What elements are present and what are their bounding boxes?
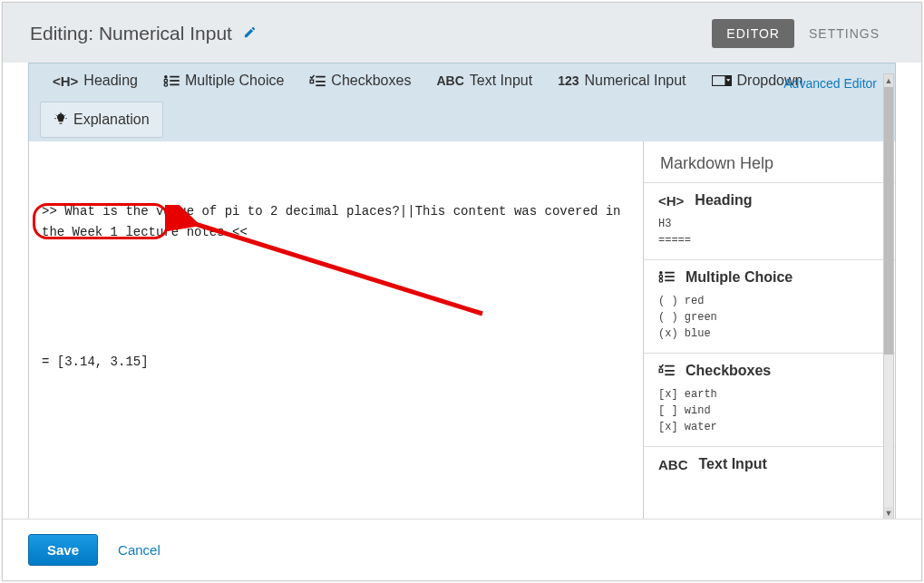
- svg-line-16: [64, 115, 65, 116]
- heading-icon: <H>: [658, 193, 684, 209]
- help-cb-example: [x] earth [ ] wind [x] water: [658, 386, 880, 435]
- toolbar-ni-label: Numerical Input: [584, 73, 686, 89]
- scroll-up-icon[interactable]: ▲: [884, 74, 893, 87]
- svg-rect-29: [665, 374, 675, 375]
- toolbar-exp-label: Explanation: [73, 112, 150, 128]
- abc-icon: ABC: [436, 73, 463, 88]
- editor-body: >> What is the value of pi to 2 decimal …: [28, 141, 896, 520]
- svg-rect-10: [316, 84, 326, 86]
- editor-line-2: = [3.14, 3.15]: [42, 352, 630, 374]
- svg-rect-3: [170, 80, 180, 82]
- svg-point-4: [164, 83, 168, 87]
- toolbar-checkboxes[interactable]: Checkboxes: [297, 63, 423, 98]
- heading-icon: <H>: [53, 73, 78, 89]
- header-tabs: EDITOR SETTINGS: [712, 19, 894, 48]
- toolbar-cb-label: Checkboxes: [331, 73, 411, 89]
- tab-editor[interactable]: EDITOR: [712, 19, 794, 48]
- save-button[interactable]: Save: [28, 534, 98, 566]
- svg-point-20: [659, 270, 663, 274]
- lightbulb-icon: [53, 112, 68, 127]
- dropdown-icon: [712, 75, 732, 86]
- editor-textarea[interactable]: >> What is the value of pi to 2 decimal …: [29, 141, 643, 520]
- svg-point-0: [164, 75, 168, 79]
- scroll-down-icon[interactable]: ▼: [884, 507, 893, 520]
- svg-rect-6: [316, 76, 326, 78]
- modal-header: Editing: Numerical Input EDITOR SETTINGS: [3, 3, 921, 63]
- modal-footer: Save Cancel: [3, 519, 921, 580]
- svg-rect-5: [170, 84, 180, 86]
- markdown-help-pane: Markdown Help <H> Heading H3 ===== Multi…: [643, 141, 895, 520]
- svg-line-15: [56, 115, 57, 116]
- help-section-cb: Checkboxes [x] earth [ ] wind [x] water: [644, 353, 895, 446]
- scrollbar[interactable]: ▲ ▼: [883, 73, 894, 520]
- tab-settings[interactable]: SETTINGS: [794, 19, 894, 48]
- toolbar-heading-label: Heading: [83, 73, 138, 89]
- svg-rect-21: [665, 271, 675, 273]
- toolbar-multiple-choice[interactable]: Multiple Choice: [151, 63, 297, 98]
- svg-point-22: [659, 275, 663, 278]
- help-heading-label: Heading: [695, 192, 752, 209]
- svg-rect-25: [665, 279, 675, 281]
- svg-rect-27: [659, 369, 663, 373]
- toolbar-text-input[interactable]: ABC Text Input: [423, 63, 545, 98]
- check-list-icon: [658, 364, 675, 379]
- toolbar-explanation[interactable]: Explanation: [40, 102, 163, 138]
- check-list-icon: [309, 74, 326, 87]
- help-mc-label: Multiple Choice: [686, 269, 793, 286]
- cancel-link[interactable]: Cancel: [118, 542, 160, 558]
- radio-list-icon: [658, 270, 675, 286]
- modal-title: Editing: Numerical Input: [30, 23, 232, 44]
- abc-icon: ABC: [658, 457, 688, 472]
- svg-point-2: [164, 79, 168, 83]
- toolbar-numerical-input[interactable]: 123 Numerical Input: [545, 63, 698, 98]
- help-ti-label: Text Input: [699, 456, 767, 472]
- svg-point-24: [659, 278, 663, 282]
- toolbar-mc-label: Multiple Choice: [185, 73, 284, 89]
- 123-icon: 123: [558, 73, 579, 88]
- toolbar: <H> Heading Multiple Choice Checkboxes A…: [28, 63, 896, 141]
- help-section-heading: <H> Heading H3 =====: [644, 182, 895, 259]
- svg-rect-28: [665, 370, 675, 372]
- help-title: Markdown Help: [644, 141, 895, 182]
- modal-title-wrap: Editing: Numerical Input: [30, 23, 257, 44]
- editor-modal: Editing: Numerical Input EDITOR SETTINGS…: [2, 2, 922, 581]
- help-heading-example: H3 =====: [658, 216, 880, 248]
- advanced-editor-link[interactable]: Advanced Editor: [773, 69, 888, 98]
- help-section-ti: ABC Text Input: [644, 446, 895, 491]
- pencil-icon[interactable]: [243, 25, 257, 43]
- svg-rect-8: [316, 81, 326, 83]
- toolbar-ti-label: Text Input: [470, 73, 532, 89]
- help-section-mc: Multiple Choice ( ) red ( ) green (x) bl…: [644, 259, 895, 353]
- help-cb-label: Checkboxes: [686, 363, 771, 379]
- svg-rect-1: [170, 76, 180, 78]
- scroll-thumb[interactable]: [884, 87, 893, 355]
- help-mc-example: ( ) red ( ) green (x) blue: [658, 293, 880, 342]
- toolbar-heading[interactable]: <H> Heading: [40, 63, 151, 98]
- radio-list-icon: [163, 74, 180, 87]
- svg-rect-23: [665, 276, 675, 277]
- svg-rect-7: [310, 80, 314, 83]
- editor-line-1: >> What is the value of pi to 2 decimal …: [42, 201, 630, 245]
- svg-rect-26: [665, 364, 675, 366]
